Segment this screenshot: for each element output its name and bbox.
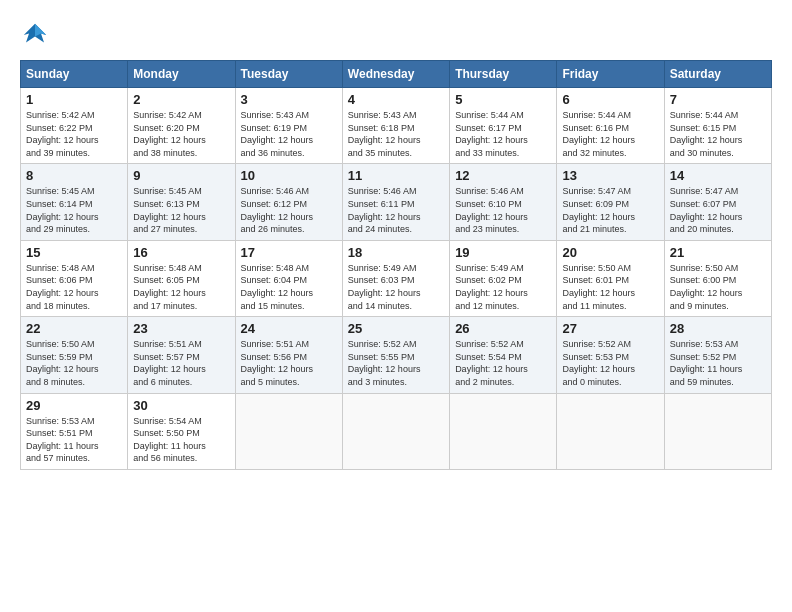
- day-info: Sunrise: 5:45 AM Sunset: 6:13 PM Dayligh…: [133, 185, 229, 235]
- week-row-5: 29Sunrise: 5:53 AM Sunset: 5:51 PM Dayli…: [21, 393, 772, 469]
- day-info: Sunrise: 5:44 AM Sunset: 6:17 PM Dayligh…: [455, 109, 551, 159]
- day-info: Sunrise: 5:52 AM Sunset: 5:53 PM Dayligh…: [562, 338, 658, 388]
- day-cell-8: 8Sunrise: 5:45 AM Sunset: 6:14 PM Daylig…: [21, 164, 128, 240]
- day-info: Sunrise: 5:51 AM Sunset: 5:57 PM Dayligh…: [133, 338, 229, 388]
- weekday-header-thursday: Thursday: [450, 61, 557, 88]
- day-cell-5: 5Sunrise: 5:44 AM Sunset: 6:17 PM Daylig…: [450, 88, 557, 164]
- day-info: Sunrise: 5:43 AM Sunset: 6:19 PM Dayligh…: [241, 109, 337, 159]
- day-cell-3: 3Sunrise: 5:43 AM Sunset: 6:19 PM Daylig…: [235, 88, 342, 164]
- day-cell-2: 2Sunrise: 5:42 AM Sunset: 6:20 PM Daylig…: [128, 88, 235, 164]
- day-number: 20: [562, 245, 658, 260]
- day-number: 9: [133, 168, 229, 183]
- day-number: 23: [133, 321, 229, 336]
- day-number: 13: [562, 168, 658, 183]
- day-info: Sunrise: 5:52 AM Sunset: 5:55 PM Dayligh…: [348, 338, 444, 388]
- day-cell-4: 4Sunrise: 5:43 AM Sunset: 6:18 PM Daylig…: [342, 88, 449, 164]
- weekday-header-sunday: Sunday: [21, 61, 128, 88]
- day-info: Sunrise: 5:46 AM Sunset: 6:12 PM Dayligh…: [241, 185, 337, 235]
- day-info: Sunrise: 5:44 AM Sunset: 6:15 PM Dayligh…: [670, 109, 766, 159]
- day-info: Sunrise: 5:47 AM Sunset: 6:07 PM Dayligh…: [670, 185, 766, 235]
- day-info: Sunrise: 5:43 AM Sunset: 6:18 PM Dayligh…: [348, 109, 444, 159]
- day-cell-24: 24Sunrise: 5:51 AM Sunset: 5:56 PM Dayli…: [235, 317, 342, 393]
- day-number: 1: [26, 92, 122, 107]
- day-cell-20: 20Sunrise: 5:50 AM Sunset: 6:01 PM Dayli…: [557, 240, 664, 316]
- day-number: 25: [348, 321, 444, 336]
- day-number: 19: [455, 245, 551, 260]
- day-info: Sunrise: 5:52 AM Sunset: 5:54 PM Dayligh…: [455, 338, 551, 388]
- day-number: 26: [455, 321, 551, 336]
- day-number: 17: [241, 245, 337, 260]
- weekday-header-monday: Monday: [128, 61, 235, 88]
- weekday-header-row: SundayMondayTuesdayWednesdayThursdayFrid…: [21, 61, 772, 88]
- day-info: Sunrise: 5:48 AM Sunset: 6:04 PM Dayligh…: [241, 262, 337, 312]
- week-row-2: 8Sunrise: 5:45 AM Sunset: 6:14 PM Daylig…: [21, 164, 772, 240]
- day-cell-25: 25Sunrise: 5:52 AM Sunset: 5:55 PM Dayli…: [342, 317, 449, 393]
- day-cell-18: 18Sunrise: 5:49 AM Sunset: 6:03 PM Dayli…: [342, 240, 449, 316]
- day-cell-21: 21Sunrise: 5:50 AM Sunset: 6:00 PM Dayli…: [664, 240, 771, 316]
- weekday-header-tuesday: Tuesday: [235, 61, 342, 88]
- day-number: 12: [455, 168, 551, 183]
- day-number: 8: [26, 168, 122, 183]
- day-info: Sunrise: 5:50 AM Sunset: 5:59 PM Dayligh…: [26, 338, 122, 388]
- day-cell-26: 26Sunrise: 5:52 AM Sunset: 5:54 PM Dayli…: [450, 317, 557, 393]
- day-cell-28: 28Sunrise: 5:53 AM Sunset: 5:52 PM Dayli…: [664, 317, 771, 393]
- weekday-header-friday: Friday: [557, 61, 664, 88]
- day-cell-9: 9Sunrise: 5:45 AM Sunset: 6:13 PM Daylig…: [128, 164, 235, 240]
- day-cell-1: 1Sunrise: 5:42 AM Sunset: 6:22 PM Daylig…: [21, 88, 128, 164]
- day-number: 15: [26, 245, 122, 260]
- day-info: Sunrise: 5:50 AM Sunset: 6:01 PM Dayligh…: [562, 262, 658, 312]
- page-header: [20, 20, 772, 50]
- day-number: 14: [670, 168, 766, 183]
- day-number: 29: [26, 398, 122, 413]
- day-number: 4: [348, 92, 444, 107]
- day-cell-14: 14Sunrise: 5:47 AM Sunset: 6:07 PM Dayli…: [664, 164, 771, 240]
- day-number: 27: [562, 321, 658, 336]
- calendar-table: SundayMondayTuesdayWednesdayThursdayFrid…: [20, 60, 772, 470]
- day-info: Sunrise: 5:53 AM Sunset: 5:52 PM Dayligh…: [670, 338, 766, 388]
- day-info: Sunrise: 5:47 AM Sunset: 6:09 PM Dayligh…: [562, 185, 658, 235]
- day-number: 11: [348, 168, 444, 183]
- day-info: Sunrise: 5:51 AM Sunset: 5:56 PM Dayligh…: [241, 338, 337, 388]
- day-number: 3: [241, 92, 337, 107]
- empty-cell: [342, 393, 449, 469]
- day-number: 30: [133, 398, 229, 413]
- day-cell-10: 10Sunrise: 5:46 AM Sunset: 6:12 PM Dayli…: [235, 164, 342, 240]
- day-info: Sunrise: 5:44 AM Sunset: 6:16 PM Dayligh…: [562, 109, 658, 159]
- day-info: Sunrise: 5:45 AM Sunset: 6:14 PM Dayligh…: [26, 185, 122, 235]
- empty-cell: [664, 393, 771, 469]
- day-number: 5: [455, 92, 551, 107]
- day-number: 7: [670, 92, 766, 107]
- day-info: Sunrise: 5:46 AM Sunset: 6:11 PM Dayligh…: [348, 185, 444, 235]
- day-info: Sunrise: 5:42 AM Sunset: 6:20 PM Dayligh…: [133, 109, 229, 159]
- day-cell-16: 16Sunrise: 5:48 AM Sunset: 6:05 PM Dayli…: [128, 240, 235, 316]
- day-cell-6: 6Sunrise: 5:44 AM Sunset: 6:16 PM Daylig…: [557, 88, 664, 164]
- day-number: 21: [670, 245, 766, 260]
- day-info: Sunrise: 5:48 AM Sunset: 6:06 PM Dayligh…: [26, 262, 122, 312]
- week-row-3: 15Sunrise: 5:48 AM Sunset: 6:06 PM Dayli…: [21, 240, 772, 316]
- day-cell-27: 27Sunrise: 5:52 AM Sunset: 5:53 PM Dayli…: [557, 317, 664, 393]
- day-info: Sunrise: 5:54 AM Sunset: 5:50 PM Dayligh…: [133, 415, 229, 465]
- day-cell-23: 23Sunrise: 5:51 AM Sunset: 5:57 PM Dayli…: [128, 317, 235, 393]
- day-number: 24: [241, 321, 337, 336]
- day-cell-30: 30Sunrise: 5:54 AM Sunset: 5:50 PM Dayli…: [128, 393, 235, 469]
- day-info: Sunrise: 5:49 AM Sunset: 6:02 PM Dayligh…: [455, 262, 551, 312]
- day-info: Sunrise: 5:42 AM Sunset: 6:22 PM Dayligh…: [26, 109, 122, 159]
- day-cell-17: 17Sunrise: 5:48 AM Sunset: 6:04 PM Dayli…: [235, 240, 342, 316]
- day-number: 2: [133, 92, 229, 107]
- day-number: 6: [562, 92, 658, 107]
- day-cell-11: 11Sunrise: 5:46 AM Sunset: 6:11 PM Dayli…: [342, 164, 449, 240]
- day-cell-15: 15Sunrise: 5:48 AM Sunset: 6:06 PM Dayli…: [21, 240, 128, 316]
- logo-icon: [20, 20, 50, 50]
- day-cell-22: 22Sunrise: 5:50 AM Sunset: 5:59 PM Dayli…: [21, 317, 128, 393]
- day-cell-19: 19Sunrise: 5:49 AM Sunset: 6:02 PM Dayli…: [450, 240, 557, 316]
- empty-cell: [235, 393, 342, 469]
- day-number: 10: [241, 168, 337, 183]
- day-cell-29: 29Sunrise: 5:53 AM Sunset: 5:51 PM Dayli…: [21, 393, 128, 469]
- empty-cell: [450, 393, 557, 469]
- weekday-header-saturday: Saturday: [664, 61, 771, 88]
- weekday-header-wednesday: Wednesday: [342, 61, 449, 88]
- day-info: Sunrise: 5:49 AM Sunset: 6:03 PM Dayligh…: [348, 262, 444, 312]
- week-row-1: 1Sunrise: 5:42 AM Sunset: 6:22 PM Daylig…: [21, 88, 772, 164]
- day-cell-7: 7Sunrise: 5:44 AM Sunset: 6:15 PM Daylig…: [664, 88, 771, 164]
- day-info: Sunrise: 5:46 AM Sunset: 6:10 PM Dayligh…: [455, 185, 551, 235]
